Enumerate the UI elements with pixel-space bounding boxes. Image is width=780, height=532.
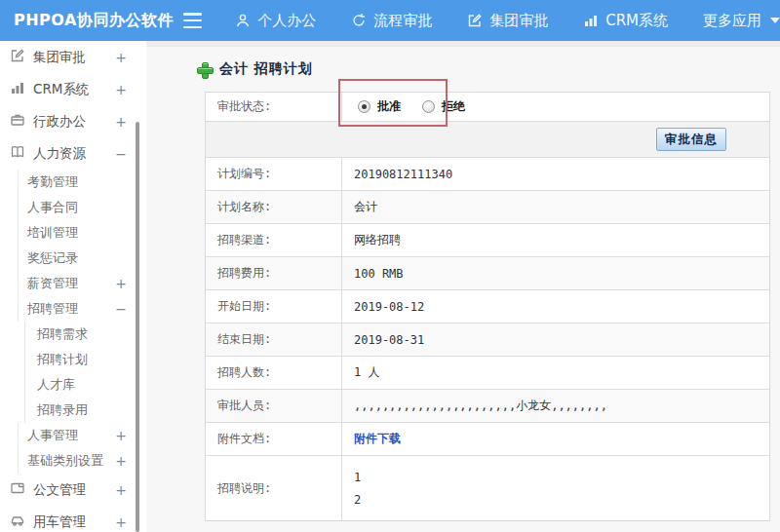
expand-toggle[interactable]: + xyxy=(115,453,127,469)
sidebar-item-vehicle[interactable]: 用车管理 + xyxy=(0,506,146,532)
table-row-plan-number: 计划编号: 20190812111340 xyxy=(206,158,769,191)
nav-personal-office[interactable]: 个人办公 xyxy=(235,12,316,30)
expand-toggle[interactable]: + xyxy=(115,50,127,65)
nav-more-apps[interactable]: 更多应用 xyxy=(703,12,780,30)
sidebar-item-group-approval[interactable]: 集团审批 + xyxy=(0,41,146,73)
sidebar-item-crm[interactable]: CRM系统 + xyxy=(0,73,146,105)
description-line: 1 xyxy=(354,471,361,484)
sidebar-item-attendance[interactable]: 考勤管理 xyxy=(18,170,146,195)
sidebar-item-recruitment[interactable]: 招聘管理 − xyxy=(18,296,146,322)
top-nav: 个人办公 流程审批 集团审批 CRM系统 更多应用 xyxy=(235,12,780,30)
sidebar-item-documents[interactable]: 公文管理 + xyxy=(0,474,146,506)
process-cycle-icon xyxy=(351,13,367,28)
collapse-toggle[interactable]: − xyxy=(115,301,127,317)
briefcase-icon xyxy=(10,112,25,131)
table-row-description: 招聘说明: 1 2 xyxy=(206,456,769,520)
expand-toggle[interactable]: + xyxy=(115,514,127,530)
main-content: 会计 招聘计划 审批状态: 批准 拒绝 审批信息 计划编号: 201908121… xyxy=(146,41,780,532)
expand-toggle[interactable]: + xyxy=(115,482,127,498)
expand-toggle[interactable]: + xyxy=(115,276,127,291)
page-header: 会计 招聘计划 xyxy=(197,60,780,78)
expand-toggle[interactable]: + xyxy=(115,114,127,130)
table-row-plan-name: 计划名称: 会计 xyxy=(206,191,769,224)
radio-approve[interactable]: 批准 xyxy=(358,98,401,115)
radio-button-checked-icon[interactable] xyxy=(358,100,370,113)
approval-info-button[interactable]: 审批信息 xyxy=(656,128,726,151)
add-plus-icon xyxy=(197,62,212,77)
table-row-end-date: 结束日期: 2019-08-31 xyxy=(206,323,769,357)
topbar: PHPOA协同办公软件 个人办公 流程审批 集团审批 CRM系统 更多应用 xyxy=(0,0,780,41)
approval-status-row: 审批状态: 批准 拒绝 xyxy=(206,93,769,122)
radio-reject[interactable]: 拒绝 xyxy=(422,98,465,115)
field-label: 审批状态: xyxy=(206,93,342,121)
sidebar-item-recruit-demand[interactable]: 招聘需求 xyxy=(24,322,146,347)
toolbar-row: 审批信息 xyxy=(206,122,769,158)
expand-toggle[interactable]: + xyxy=(115,82,127,97)
nav-process-approval[interactable]: 流程审批 xyxy=(351,12,432,30)
sidebar-scrollbar[interactable] xyxy=(136,122,139,532)
table-row-attachment: 附件文档: 附件下载 xyxy=(206,423,769,456)
caret-down-icon xyxy=(770,18,780,23)
radio-button-icon[interactable] xyxy=(422,100,435,113)
sidebar-item-hr-contract[interactable]: 人事合同 xyxy=(18,195,146,220)
page-title: 会计 招聘计划 xyxy=(219,60,313,78)
sidebar-item-recruit-hire[interactable]: 招聘录用 xyxy=(24,398,146,423)
bar-chart-icon xyxy=(583,13,599,28)
nav-group-approval[interactable]: 集团审批 xyxy=(467,12,548,30)
sidebar-item-talent-pool[interactable]: 人才库 xyxy=(24,372,146,398)
sidebar-item-personnel[interactable]: 人事管理 + xyxy=(18,423,146,448)
car-icon xyxy=(10,513,25,531)
sidebar-item-recruit-plan[interactable]: 招聘计划 xyxy=(24,347,146,372)
sidebar-item-salary[interactable]: 薪资管理 + xyxy=(18,271,146,296)
table-row-cost: 招聘费用: 100 RMB xyxy=(206,257,769,290)
app-logo: PHPOA协同办公软件 xyxy=(0,11,183,31)
nav-crm-system[interactable]: CRM系统 xyxy=(583,12,668,30)
detail-table: 审批状态: 批准 拒绝 审批信息 计划编号: 20190812111340 计划… xyxy=(205,92,770,521)
bar-chart-icon xyxy=(10,80,25,98)
sidebar-item-base-category[interactable]: 基础类别设置 + xyxy=(18,448,146,474)
sidebar: 集团审批 + CRM系统 + 行政办公 + 人力资源 − 考勤管理 人事合同 培… xyxy=(0,41,146,532)
collapse-toggle[interactable]: − xyxy=(115,146,127,162)
sidebar-item-training[interactable]: 培训管理 xyxy=(18,220,146,246)
person-icon xyxy=(235,13,251,28)
expand-toggle[interactable]: + xyxy=(115,428,127,443)
attachment-download-link[interactable]: 附件下载 xyxy=(354,431,401,447)
edit-icon xyxy=(10,48,25,66)
table-row-headcount: 招聘人数: 1 人 xyxy=(206,357,769,390)
edit-icon xyxy=(467,13,483,28)
table-row-approvers: 审批人员: ,,,,,,,,,,,,,,,,,,,,,,,小龙女,,,,,,,, xyxy=(206,390,769,423)
book-icon xyxy=(10,144,25,163)
table-row-start-date: 开始日期: 2019-08-12 xyxy=(206,290,769,323)
sidebar-item-rewards[interactable]: 奖惩记录 xyxy=(18,246,146,271)
sidebar-item-admin-office[interactable]: 行政办公 + xyxy=(0,105,146,137)
menu-toggle-icon[interactable] xyxy=(183,13,202,28)
table-row-channel: 招聘渠道: 网络招聘 xyxy=(206,224,769,257)
sidebar-item-hr[interactable]: 人力资源 − xyxy=(0,137,146,170)
description-line: 2 xyxy=(354,493,361,507)
document-icon xyxy=(10,480,25,499)
